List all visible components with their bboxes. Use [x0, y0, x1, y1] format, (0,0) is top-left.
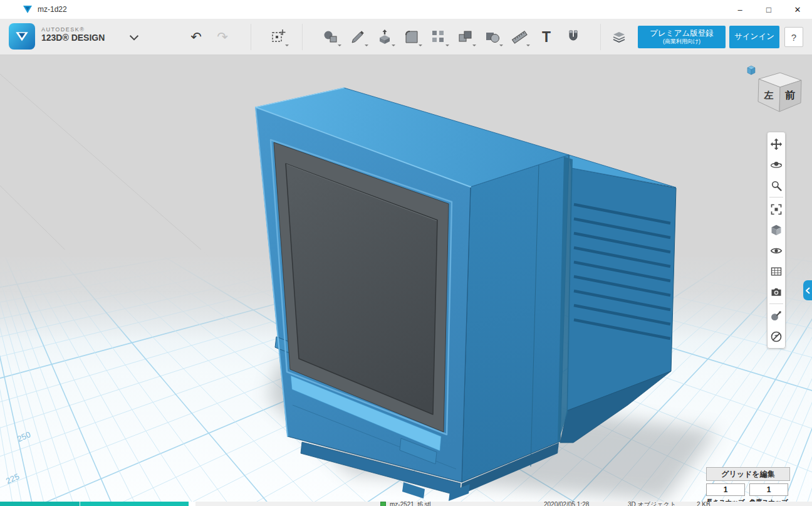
modify-tool-button[interactable] [399, 24, 424, 50]
modify-icon [403, 29, 420, 45]
snapshot-button[interactable] [768, 282, 785, 302]
measure-ruler-icon [511, 29, 528, 45]
navigation-toolbar [767, 132, 786, 349]
pattern-tool-button[interactable] [426, 24, 451, 50]
camera-icon [770, 286, 783, 298]
text-tool-glyph: T [542, 30, 551, 45]
construct-tool-button[interactable] [372, 24, 397, 50]
brand-product: 123D® DESIGN [41, 33, 105, 43]
premium-label: プレミアム版登録 [650, 29, 713, 39]
toolbar-separator [600, 24, 601, 50]
undo-button[interactable]: ↶ [185, 26, 207, 48]
brand-autodesk: AUTODESK® [41, 26, 105, 33]
combine-tool-button[interactable] [480, 24, 505, 50]
background-windows-strip: mz-2521_t6.stl 2020/02/05 1:28 3D オブジェクト… [0, 502, 812, 506]
toolbar-separator [302, 24, 303, 50]
brand-text: AUTODESK® 123D® DESIGN [41, 26, 105, 43]
title-bar: mz-1d22 – □ ✕ [0, 0, 812, 19]
view-cube-icon [770, 224, 783, 236]
combine-icon [484, 29, 501, 45]
length-snap-input[interactable] [706, 483, 745, 496]
signin-button[interactable]: サインイン [729, 26, 779, 48]
main-toolbar: AUTODESK® 123D® DESIGN ↶ ↷ [0, 19, 812, 55]
redo-button[interactable]: ↷ [212, 26, 233, 48]
file-name[interactable]: mz-2521_t6.stl [390, 502, 431, 506]
grid-icon [770, 265, 783, 278]
file-date: 2020/02/05 1:28 [544, 502, 589, 506]
premium-signup-button[interactable]: プレミアム版登録 (商業利用向け) [638, 26, 726, 48]
grouping-tool-button[interactable] [453, 24, 478, 50]
file-type: 3D オブジェクト [628, 502, 676, 506]
toolbar-divider [769, 303, 783, 304]
eye-icon [770, 245, 783, 257]
signin-label: サインイン [734, 32, 774, 42]
edit-grid-button[interactable]: グリッドを編集 [706, 467, 790, 481]
grid-toggle-button[interactable] [768, 261, 785, 282]
toolbar-divider [769, 197, 783, 198]
construct-icon [377, 29, 393, 45]
parts-library-button[interactable] [609, 27, 629, 47]
brand-logo-icon [13, 27, 31, 46]
stack-icon [612, 29, 627, 45]
chevron-left-icon [806, 287, 810, 294]
taskbar-segment[interactable] [80, 502, 189, 506]
view-cube-left-label: 左 [764, 90, 774, 100]
viewport-canvas[interactable]: 250 225 [0, 55, 812, 502]
scene-svg: 250 225 [0, 55, 812, 502]
hide-solids-button[interactable] [768, 326, 785, 347]
text-tool-button[interactable]: T [534, 24, 559, 50]
close-button[interactable]: ✕ [783, 0, 812, 19]
panel-expander-tab[interactable] [803, 280, 812, 300]
pan-icon [770, 138, 783, 150]
file-size: 2 KB [697, 502, 710, 506]
hide-icon [770, 330, 783, 343]
view-cube[interactable]: 左 前 [741, 63, 806, 120]
premium-sublabel: (商業利用向け) [663, 38, 700, 45]
home-view-icon[interactable] [747, 66, 755, 75]
brand-logo[interactable] [9, 23, 35, 50]
sketch-pencil-icon [350, 29, 366, 45]
window-edge [189, 502, 195, 506]
transform-icon [270, 29, 286, 45]
chevron-down-icon [129, 34, 139, 41]
main-menu-chevron[interactable] [125, 30, 143, 45]
maximize-button[interactable]: □ [754, 0, 783, 19]
snap-tool-button[interactable] [561, 24, 586, 50]
rear-housing-face [567, 168, 676, 411]
transform-tool-button[interactable] [266, 24, 291, 50]
orbit-icon [770, 159, 783, 171]
primitives-tool-button[interactable] [318, 24, 343, 50]
app-window: mz-1d22 – □ ✕ AUTODESK® 123D® DESIGN ↶ ↷ [0, 0, 812, 506]
minimize-button[interactable]: – [726, 0, 754, 19]
pan-button[interactable] [768, 134, 785, 154]
fit-view-icon [770, 203, 783, 216]
grouping-icon [457, 29, 474, 45]
visibility-button[interactable] [768, 240, 785, 261]
snap-magnet-icon [565, 29, 581, 45]
primitives-icon [323, 29, 339, 45]
angle-snap-input[interactable] [749, 483, 788, 496]
zoom-button[interactable] [768, 175, 785, 196]
view-mode-button[interactable] [768, 219, 785, 240]
stl-file-icon [380, 502, 386, 506]
orbit-button[interactable] [768, 154, 785, 175]
fit-view-button[interactable] [768, 199, 785, 219]
measure-tool-button[interactable] [507, 24, 532, 50]
toolbar-separator [251, 24, 251, 50]
zoom-magnifier-icon [770, 179, 783, 192]
sketch-tool-button[interactable] [345, 24, 370, 50]
taskbar-segment[interactable] [0, 502, 80, 506]
material-icon [770, 310, 783, 322]
app-logo-icon [23, 4, 33, 14]
help-button[interactable]: ? [784, 27, 803, 47]
view-cube-front-label: 前 [784, 90, 795, 100]
pattern-icon [430, 29, 447, 45]
window-title: mz-1d22 [38, 5, 67, 14]
material-button[interactable] [768, 305, 785, 326]
cabinet-side [462, 155, 569, 482]
